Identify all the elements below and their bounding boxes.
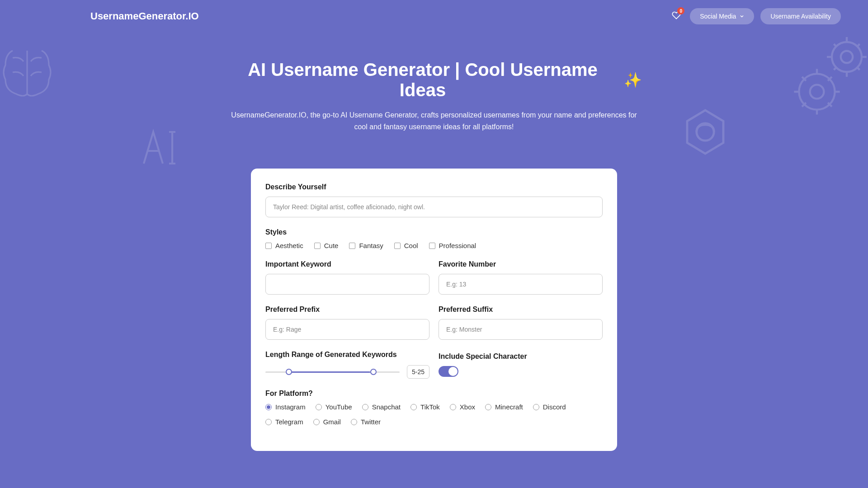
suffix-group: Preferred Suffix [439, 305, 603, 340]
gears-decoration-icon [782, 27, 868, 127]
special-char-toggle[interactable] [439, 366, 458, 377]
page-title: AI Username Generator | Cool Username Id… [226, 60, 642, 100]
svg-point-4 [697, 123, 714, 141]
platform-label: For Platform? [265, 389, 603, 398]
checkbox-cute[interactable]: Cute [314, 242, 339, 249]
radio-label: Minecraft [495, 403, 523, 411]
radio-snapchat[interactable]: Snapchat [362, 403, 401, 411]
checkbox-icon [265, 243, 272, 249]
keyword-input[interactable] [265, 274, 429, 295]
radio-label: Telegram [275, 418, 303, 426]
checkbox-aesthetic[interactable]: Aesthetic [265, 242, 303, 249]
radio-icon [265, 404, 272, 410]
radio-label: Xbox [460, 403, 475, 411]
svg-point-2 [799, 74, 835, 109]
range-handle-max[interactable] [370, 369, 377, 375]
radio-icon [362, 404, 368, 410]
radio-tiktok[interactable]: TikTok [410, 403, 440, 411]
radio-gmail[interactable]: Gmail [313, 418, 341, 426]
describe-label: Describe Yourself [265, 183, 603, 191]
radio-icon [313, 419, 320, 425]
checkbox-professional[interactable]: Professional [429, 242, 476, 249]
favorite-number-label: Favorite Number [439, 260, 603, 268]
keyword-group: Important Keyword [265, 260, 429, 295]
favorite-number-input[interactable] [439, 274, 603, 295]
prefix-label: Preferred Prefix [265, 305, 429, 314]
range-handle-min[interactable] [286, 369, 292, 375]
favorites-badge: 0 [677, 7, 684, 14]
suffix-label: Preferred Suffix [439, 305, 603, 314]
checkbox-icon [349, 243, 355, 249]
radio-label: Instagram [275, 403, 306, 411]
checkbox-icon [314, 243, 321, 249]
radio-icon [450, 404, 456, 410]
radio-label: YouTube [326, 403, 352, 411]
radio-minecraft[interactable]: Minecraft [485, 403, 523, 411]
special-char-group: Include Special Character [439, 352, 603, 379]
styles-label: Styles [265, 228, 603, 236]
brain-decoration-icon [0, 36, 63, 108]
favorite-number-group: Favorite Number [439, 260, 603, 295]
radio-xbox[interactable]: Xbox [450, 403, 475, 411]
suffix-input[interactable] [439, 319, 603, 340]
range-row: 5-25 [265, 365, 429, 379]
radio-twitter[interactable]: Twitter [351, 418, 381, 426]
checkbox-cool[interactable]: Cool [394, 242, 418, 249]
radio-discord[interactable]: Discord [533, 403, 566, 411]
availability-button[interactable]: Username Availability [760, 8, 841, 24]
checkbox-label: Fantasy [359, 242, 383, 249]
radio-label: Snapchat [372, 403, 401, 411]
checkbox-icon [394, 243, 401, 249]
hero-subtitle: UsernameGenerator.IO, the go-to AI Usern… [226, 109, 642, 132]
checkbox-label: Aesthetic [275, 242, 303, 249]
radio-label: TikTok [420, 403, 440, 411]
hex-decoration-icon [669, 99, 741, 172]
styles-group: Styles Aesthetic Cute Fantasy Cool Profe… [265, 228, 603, 249]
describe-group: Describe Yourself [265, 183, 603, 217]
radio-icon [316, 404, 322, 410]
range-fill [289, 371, 370, 373]
radio-icon [351, 419, 357, 425]
hero-section: AI Username Generator | Cool Username Id… [208, 33, 660, 150]
checkbox-icon [429, 243, 435, 249]
svg-point-3 [810, 85, 824, 99]
header: UsernameGenerator.IO 0 Social Media User… [0, 0, 868, 33]
svg-point-1 [841, 51, 853, 63]
availability-label: Username Availability [770, 13, 831, 20]
radio-icon [485, 404, 491, 410]
toggle-knob [448, 367, 458, 376]
ai-decoration-icon [131, 113, 194, 176]
special-char-label: Include Special Character [439, 352, 603, 361]
chevron-down-icon [740, 14, 744, 19]
checkbox-label: Professional [439, 242, 476, 249]
length-label: Length Range of Generated Keywords [265, 351, 429, 359]
nav-right: 0 Social Media Username Availability [669, 8, 841, 24]
social-media-label: Social Media [700, 13, 736, 20]
checkbox-label: Cool [404, 242, 418, 249]
logo[interactable]: UsernameGenerator.IO [27, 10, 199, 22]
length-group: Length Range of Generated Keywords 5-25 [265, 351, 429, 379]
length-display: 5-25 [407, 365, 429, 379]
radio-icon [410, 404, 417, 410]
sparkle-icon: ✨ [624, 71, 642, 89]
radio-youtube[interactable]: YouTube [316, 403, 352, 411]
prefix-input[interactable] [265, 319, 429, 340]
title-text: AI Username Generator | Cool Username Id… [226, 60, 619, 100]
length-slider[interactable] [265, 371, 400, 373]
svg-point-0 [832, 42, 862, 72]
radio-icon [533, 404, 539, 410]
radio-label: Twitter [361, 418, 381, 426]
keyword-label: Important Keyword [265, 260, 429, 268]
platform-radios: Instagram YouTube Snapchat TikTok Xbox M… [265, 403, 603, 426]
platform-group: For Platform? Instagram YouTube Snapchat… [265, 389, 603, 426]
favorites-button[interactable]: 0 [669, 8, 684, 24]
prefix-group: Preferred Prefix [265, 305, 429, 340]
radio-icon [265, 419, 272, 425]
generator-form: Describe Yourself Styles Aesthetic Cute … [251, 169, 617, 451]
radio-instagram[interactable]: Instagram [265, 403, 306, 411]
checkbox-fantasy[interactable]: Fantasy [349, 242, 383, 249]
radio-telegram[interactable]: Telegram [265, 418, 303, 426]
describe-input[interactable] [265, 197, 603, 217]
social-media-dropdown[interactable]: Social Media [690, 8, 754, 24]
checkbox-label: Cute [324, 242, 339, 249]
